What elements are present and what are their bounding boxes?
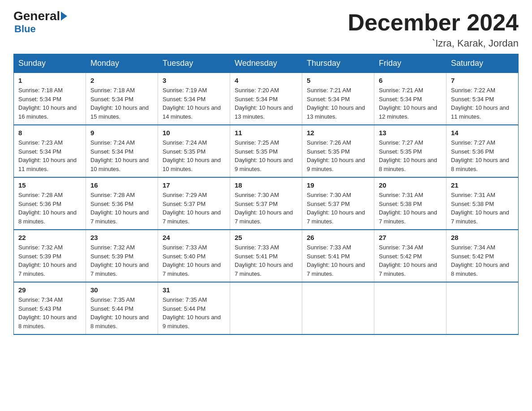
day-number: 30 — [90, 286, 153, 294]
day-info: Sunrise: 7:25 AMSunset: 5:35 PMDaylight:… — [235, 138, 297, 173]
calendar-day-cell: 19Sunrise: 7:30 AMSunset: 5:37 PMDayligh… — [302, 177, 374, 230]
day-info: Sunrise: 7:34 AMSunset: 5:42 PMDaylight:… — [379, 243, 442, 278]
day-number: 25 — [235, 234, 297, 241]
day-number: 17 — [163, 181, 225, 189]
day-of-week-header: Wednesday — [230, 54, 302, 73]
day-info: Sunrise: 7:32 AMSunset: 5:39 PMDaylight:… — [18, 243, 81, 278]
day-info: Sunrise: 7:18 AMSunset: 5:34 PMDaylight:… — [18, 86, 81, 121]
day-number: 14 — [451, 129, 514, 137]
day-info: Sunrise: 7:31 AMSunset: 5:38 PMDaylight:… — [451, 191, 514, 226]
calendar-week-row: 22Sunrise: 7:32 AMSunset: 5:39 PMDayligh… — [14, 230, 519, 282]
day-info: Sunrise: 7:27 AMSunset: 5:36 PMDaylight:… — [451, 138, 514, 173]
day-info: Sunrise: 7:26 AMSunset: 5:35 PMDaylight:… — [307, 138, 369, 173]
day-info: Sunrise: 7:24 AMSunset: 5:34 PMDaylight:… — [90, 138, 153, 173]
day-number: 3 — [163, 77, 225, 84]
day-info: Sunrise: 7:27 AMSunset: 5:35 PMDaylight:… — [379, 138, 442, 173]
calendar-day-cell: 22Sunrise: 7:32 AMSunset: 5:39 PMDayligh… — [14, 230, 86, 282]
logo-arrow-icon — [61, 12, 67, 21]
day-info: Sunrise: 7:35 AMSunset: 5:44 PMDaylight:… — [90, 295, 153, 330]
day-number: 20 — [379, 181, 442, 189]
calendar-day-cell: 23Sunrise: 7:32 AMSunset: 5:39 PMDayligh… — [86, 230, 158, 282]
day-info: Sunrise: 7:30 AMSunset: 5:37 PMDaylight:… — [307, 191, 369, 226]
day-info: Sunrise: 7:32 AMSunset: 5:39 PMDaylight:… — [90, 243, 153, 278]
day-of-week-header: Tuesday — [158, 54, 230, 73]
day-info: Sunrise: 7:22 AMSunset: 5:34 PMDaylight:… — [451, 86, 514, 121]
day-info: Sunrise: 7:34 AMSunset: 5:42 PMDaylight:… — [451, 243, 514, 278]
calendar-day-cell: 9Sunrise: 7:24 AMSunset: 5:34 PMDaylight… — [86, 125, 158, 177]
calendar-day-cell: 8Sunrise: 7:23 AMSunset: 5:34 PMDaylight… — [14, 125, 86, 177]
day-number: 1 — [18, 77, 81, 84]
day-info: Sunrise: 7:30 AMSunset: 5:37 PMDaylight:… — [235, 191, 297, 226]
calendar-day-cell: 17Sunrise: 7:29 AMSunset: 5:37 PMDayligh… — [158, 177, 230, 230]
calendar-day-cell: 7Sunrise: 7:22 AMSunset: 5:34 PMDaylight… — [446, 73, 519, 125]
day-number: 10 — [163, 129, 225, 137]
day-info: Sunrise: 7:19 AMSunset: 5:34 PMDaylight:… — [163, 86, 225, 121]
day-number: 11 — [235, 129, 297, 137]
calendar-day-cell: 13Sunrise: 7:27 AMSunset: 5:35 PMDayligh… — [374, 125, 446, 177]
day-number: 21 — [451, 181, 514, 189]
day-info: Sunrise: 7:33 AMSunset: 5:41 PMDaylight:… — [235, 243, 297, 278]
calendar-day-cell: 30Sunrise: 7:35 AMSunset: 5:44 PMDayligh… — [86, 282, 158, 334]
calendar-day-cell: 24Sunrise: 7:33 AMSunset: 5:40 PMDayligh… — [158, 230, 230, 282]
calendar-day-cell: 2Sunrise: 7:18 AMSunset: 5:34 PMDaylight… — [86, 73, 158, 125]
calendar-day-cell: 4Sunrise: 7:20 AMSunset: 5:34 PMDaylight… — [230, 73, 302, 125]
calendar-day-cell: 3Sunrise: 7:19 AMSunset: 5:34 PMDaylight… — [158, 73, 230, 125]
day-number: 19 — [307, 181, 369, 189]
calendar-day-cell: 28Sunrise: 7:34 AMSunset: 5:42 PMDayligh… — [446, 230, 519, 282]
day-info: Sunrise: 7:33 AMSunset: 5:40 PMDaylight:… — [163, 243, 225, 278]
calendar-day-cell — [230, 282, 302, 334]
calendar-week-row: 29Sunrise: 7:34 AMSunset: 5:43 PMDayligh… — [14, 282, 519, 334]
day-number: 7 — [451, 77, 514, 84]
day-number: 4 — [235, 77, 297, 84]
day-number: 24 — [163, 234, 225, 241]
calendar-day-cell: 29Sunrise: 7:34 AMSunset: 5:43 PMDayligh… — [14, 282, 86, 334]
day-info: Sunrise: 7:28 AMSunset: 5:36 PMDaylight:… — [18, 191, 81, 226]
day-info: Sunrise: 7:18 AMSunset: 5:34 PMDaylight:… — [90, 86, 153, 121]
calendar-week-row: 8Sunrise: 7:23 AMSunset: 5:34 PMDaylight… — [14, 125, 519, 177]
logo-general-text: General — [13, 9, 60, 23]
day-info: Sunrise: 7:23 AMSunset: 5:34 PMDaylight:… — [18, 138, 81, 173]
calendar-day-cell: 11Sunrise: 7:25 AMSunset: 5:35 PMDayligh… — [230, 125, 302, 177]
title-section: December 2024 `Izra, Karak, Jordan — [348, 9, 519, 49]
day-info: Sunrise: 7:29 AMSunset: 5:37 PMDaylight:… — [163, 191, 225, 226]
day-info: Sunrise: 7:21 AMSunset: 5:34 PMDaylight:… — [379, 86, 442, 121]
calendar-day-cell: 16Sunrise: 7:28 AMSunset: 5:36 PMDayligh… — [86, 177, 158, 230]
day-info: Sunrise: 7:35 AMSunset: 5:44 PMDaylight:… — [163, 295, 225, 330]
day-number: 6 — [379, 77, 442, 84]
calendar-day-cell: 25Sunrise: 7:33 AMSunset: 5:41 PMDayligh… — [230, 230, 302, 282]
day-number: 5 — [307, 77, 369, 84]
logo: General Blue — [13, 9, 68, 35]
calendar-day-cell: 21Sunrise: 7:31 AMSunset: 5:38 PMDayligh… — [446, 177, 519, 230]
day-info: Sunrise: 7:21 AMSunset: 5:34 PMDaylight:… — [307, 86, 369, 121]
day-info: Sunrise: 7:33 AMSunset: 5:41 PMDaylight:… — [307, 243, 369, 278]
day-info: Sunrise: 7:20 AMSunset: 5:34 PMDaylight:… — [235, 86, 297, 121]
month-title: December 2024 — [348, 9, 519, 36]
day-number: 8 — [18, 129, 81, 137]
calendar-day-cell: 26Sunrise: 7:33 AMSunset: 5:41 PMDayligh… — [302, 230, 374, 282]
day-number: 27 — [379, 234, 442, 241]
calendar-day-cell: 31Sunrise: 7:35 AMSunset: 5:44 PMDayligh… — [158, 282, 230, 334]
location-text: `Izra, Karak, Jordan — [348, 38, 519, 49]
day-number: 18 — [235, 181, 297, 189]
page-header: General Blue December 2024 `Izra, Karak,… — [13, 9, 519, 49]
logo-blue-text: Blue — [14, 23, 36, 34]
day-number: 2 — [90, 77, 153, 84]
calendar-table: SundayMondayTuesdayWednesdayThursdayFrid… — [13, 54, 519, 335]
calendar-day-cell: 18Sunrise: 7:30 AMSunset: 5:37 PMDayligh… — [230, 177, 302, 230]
day-info: Sunrise: 7:34 AMSunset: 5:43 PMDaylight:… — [18, 295, 81, 330]
calendar-day-cell: 15Sunrise: 7:28 AMSunset: 5:36 PMDayligh… — [14, 177, 86, 230]
day-info: Sunrise: 7:24 AMSunset: 5:35 PMDaylight:… — [163, 138, 225, 173]
calendar-day-cell: 20Sunrise: 7:31 AMSunset: 5:38 PMDayligh… — [374, 177, 446, 230]
day-number: 12 — [307, 129, 369, 137]
day-of-week-header: Monday — [86, 54, 158, 73]
day-number: 26 — [307, 234, 369, 241]
day-of-week-header: Friday — [374, 54, 446, 73]
calendar-day-cell: 14Sunrise: 7:27 AMSunset: 5:36 PMDayligh… — [446, 125, 519, 177]
calendar-week-row: 15Sunrise: 7:28 AMSunset: 5:36 PMDayligh… — [14, 177, 519, 230]
calendar-day-cell: 27Sunrise: 7:34 AMSunset: 5:42 PMDayligh… — [374, 230, 446, 282]
day-number: 13 — [379, 129, 442, 137]
day-info: Sunrise: 7:28 AMSunset: 5:36 PMDaylight:… — [90, 191, 153, 226]
calendar-day-cell: 1Sunrise: 7:18 AMSunset: 5:34 PMDaylight… — [14, 73, 86, 125]
day-number: 31 — [163, 286, 225, 294]
calendar-day-cell — [374, 282, 446, 334]
